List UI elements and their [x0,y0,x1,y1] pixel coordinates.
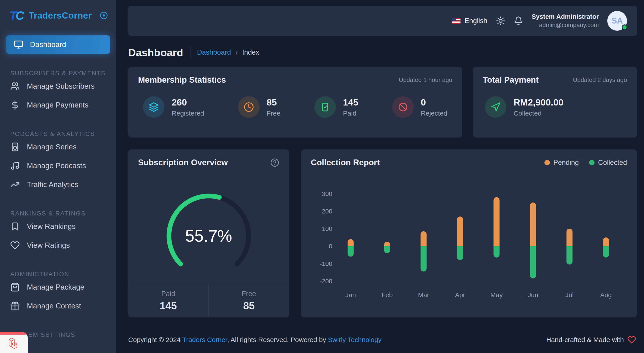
gauge-footer: Paid 145 Free 85 [128,284,289,317]
cell-value: 145 [160,300,177,312]
cell-label: Free [242,290,256,298]
legend-label: Collected [598,159,627,167]
brand-logo: TC [10,9,23,23]
sidebar-item-manage-payments[interactable]: Manage Payments [6,96,110,115]
total-payment-card: Total Payment Updated 2 days ago RM2,900… [473,67,637,138]
sidebar-section-title: PODCASTS & ANALYTICS [10,131,110,138]
cell-value: 85 [243,300,255,312]
sidebar-item-label: View Rankings [27,222,76,231]
sidebar-item-manage-podcasts[interactable]: Manage Podcasts [6,156,110,175]
company-link[interactable]: Traders Corner [182,336,227,343]
language-selector[interactable]: English [452,17,487,25]
layers-icon [143,96,164,118]
us-flag-icon [452,18,460,24]
updated-label: Updated 1 hour ago [399,77,452,84]
shopping-bag-icon [10,282,20,292]
svg-text:0: 0 [329,243,332,250]
sidebar-item-label: Traffic Analytics [27,180,78,189]
stat-label: Paid [343,110,358,117]
svg-text:-100: -100 [320,260,332,267]
stat-free: 85 Free [238,96,280,118]
svg-text:Aug: Aug [600,291,612,298]
user-name: System Administrator [532,13,599,20]
updated-label: Updated 2 days ago [573,77,627,84]
svg-text:Apr: Apr [455,291,465,298]
sidebar-item-view-ratings[interactable]: View Ratings [6,236,110,255]
dollar-icon [10,100,20,110]
svg-text:Jun: Jun [528,291,538,298]
footer: Copyright © 2024 Traders Corner, All rig… [128,335,637,353]
sidebar-collapse-toggle[interactable] [99,11,109,20]
notifications-button[interactable] [514,16,523,26]
sidebar-item-label: Dashboard [30,40,66,49]
sidebar-item-traffic-analytics[interactable]: Traffic Analytics [6,175,110,194]
breadcrumb-link-dashboard[interactable]: Dashboard [197,48,231,57]
stat-value: 145 [343,97,358,108]
cell-label: Paid [161,290,175,298]
brand: TC TradersCorner [6,9,110,23]
stat-label: Registered [172,110,204,117]
avatar-initials: SA [612,16,623,26]
gift-icon [10,301,20,311]
payment-amount: RM2,900.00 [514,97,564,108]
theme-toggle-button[interactable] [496,16,505,26]
copyright-text: Copyright © 2024 Traders Corner, All rig… [128,336,382,343]
sidebar-item-manage-subscribers[interactable]: Manage Subscribers [6,77,110,96]
legend-label: Pending [553,159,579,167]
stat-label: Rejected [421,110,447,117]
sidebar-item-manage-series[interactable]: Manage Series [6,138,110,156]
gauge-footer-paid: Paid 145 [128,284,209,317]
card-title: Membership Statistics [138,75,226,85]
target-icon [99,11,108,20]
user-menu[interactable]: System Administrator admin@company.com [532,13,599,29]
svg-text:100: 100 [322,225,332,232]
sidebar-item-manage-contest[interactable]: Manage Contest [6,296,110,315]
device-check-icon [314,96,336,118]
legend-item-pending[interactable]: Pending [544,159,579,167]
powered-by-link[interactable]: Swirly Technology [328,336,382,343]
svg-text:Jan: Jan [346,291,356,298]
membership-statistics-card: Membership Statistics Updated 1 hour ago… [128,67,462,138]
ban-icon [392,96,414,118]
sidebar-item-label: Manage Subscribers [27,82,95,91]
sidebar-item-label: View Ratings [27,241,70,249]
stat-paid: 145 Paid [314,96,358,118]
sidebar-item-label: Manage Package [27,283,84,291]
laravel-badge[interactable] [0,332,28,353]
gauge-percentage: 55.7% [185,226,232,245]
svg-text:Mar: Mar [418,291,429,298]
made-with-love: Hand-crafted & Made with [546,335,636,344]
svg-text:-200: -200 [320,278,332,285]
stat-value: 85 [267,97,280,108]
copyright-middle: , All rights Reserved. Powered by [227,336,328,343]
sidebar-item-view-rankings[interactable]: View Rankings [6,217,110,236]
stat-value: 260 [172,97,204,108]
stat-collected: RM2,900.00 Collected [485,96,564,118]
language-label: English [464,17,487,25]
brand-name: TradersCorner [29,11,92,21]
legend-item-collected[interactable]: Collected [589,159,627,167]
stat-label: Free [267,110,280,117]
sidebar-item-dashboard[interactable]: Dashboard [6,35,110,54]
page-title: Dashboard [128,46,183,59]
bookmark-icon [10,222,20,231]
sidebar-section-title: ADMINISTRATION [10,271,110,278]
music-icon [10,161,20,170]
users-icon [10,82,20,91]
sidebar-item-manage-package[interactable]: Manage Package [6,278,110,296]
app-root: TC TradersCorner Dashboard SUBSCRIBERS &… [0,0,644,353]
card-title: Total Payment [483,75,538,85]
heart-icon [628,335,636,344]
svg-text:200: 200 [322,208,332,215]
copyright-prefix: Copyright © 2024 [128,336,182,343]
charts-row: Subscription Overview 55.7% Paid 145 Fr [128,149,637,317]
avatar[interactable]: SA [607,11,627,31]
bell-icon [514,16,523,26]
svg-text:Jul: Jul [565,291,574,298]
user-email: admin@company.com [532,22,599,29]
stat-registered: 260 Registered [143,96,204,118]
svg-text:300: 300 [322,190,332,197]
stat-value: 0 [421,97,447,108]
main-content: English System Administrator admin@compa… [116,0,644,353]
payment-label: Collected [514,110,564,117]
